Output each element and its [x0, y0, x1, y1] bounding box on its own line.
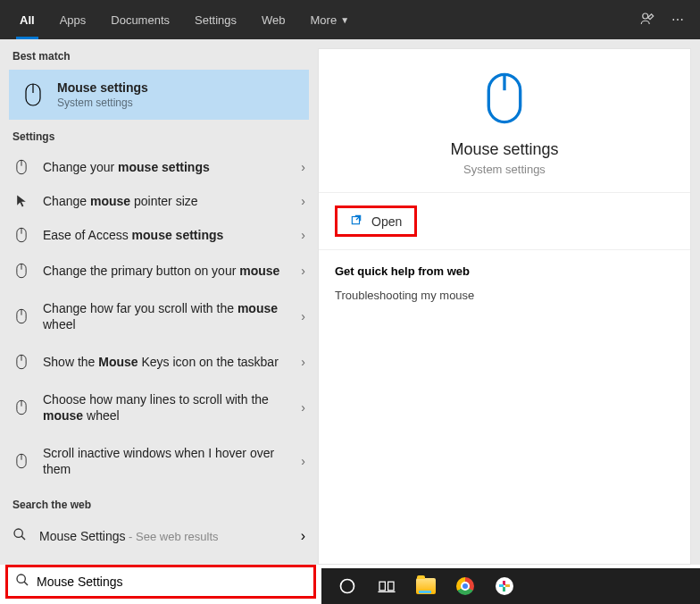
- mouse-icon: [12, 227, 30, 243]
- search-filter-tabs: All Apps Documents Settings Web More▼ ⋯: [0, 0, 700, 39]
- result-mouse-keys-icon[interactable]: Show the Mouse Keys icon on the taskbar …: [0, 343, 318, 381]
- result-scroll-distance[interactable]: Change how far you scroll with the mouse…: [0, 289, 318, 343]
- cortana-icon[interactable]: [338, 576, 357, 596]
- web-result[interactable]: Mouse Settings - See web results ›: [0, 518, 318, 554]
- slack-icon[interactable]: [495, 576, 514, 596]
- result-primary-button[interactable]: Change the primary button on your mouse …: [0, 252, 318, 289]
- chevron-right-icon: ›: [301, 309, 305, 323]
- svg-rect-27: [388, 582, 394, 591]
- chevron-right-icon: ›: [301, 528, 305, 544]
- mouse-icon: [12, 308, 30, 324]
- task-view-icon[interactable]: [377, 576, 396, 596]
- chrome-icon[interactable]: [455, 576, 475, 596]
- result-scroll-lines[interactable]: Choose how many lines to scroll with the…: [0, 381, 318, 434]
- open-button[interactable]: Open: [335, 206, 417, 237]
- tab-more[interactable]: More▼: [298, 0, 362, 39]
- result-scroll-inactive[interactable]: Scroll inactive windows when I hover ove…: [0, 434, 318, 488]
- mouse-icon: [12, 354, 30, 370]
- detail-subtitle: System settings: [463, 163, 546, 176]
- open-label: Open: [371, 214, 402, 229]
- search-icon: [15, 573, 29, 591]
- section-best-match: Best match: [0, 39, 318, 70]
- chevron-right-icon: ›: [301, 400, 305, 415]
- search-input[interactable]: [37, 575, 306, 589]
- best-match-title: Mouse settings: [57, 80, 148, 95]
- result-label: Scroll inactive windows when I hover ove…: [43, 443, 288, 479]
- tab-documents[interactable]: Documents: [98, 0, 182, 39]
- help-link-troubleshoot[interactable]: Troubleshooting my mouse: [335, 289, 674, 302]
- svg-point-17: [14, 529, 22, 537]
- quick-help-header: Get quick help from web: [335, 264, 674, 278]
- mouse-icon: [483, 71, 526, 130]
- svg-line-18: [21, 536, 25, 540]
- result-change-mouse-settings[interactable]: Change your mouse settings ›: [0, 150, 318, 184]
- detail-title: Mouse settings: [450, 140, 558, 159]
- svg-point-23: [17, 575, 25, 583]
- tab-web[interactable]: Web: [249, 0, 298, 39]
- search-box[interactable]: [5, 565, 316, 599]
- chevron-right-icon: ›: [301, 454, 305, 468]
- result-change-pointer-size[interactable]: Change mouse pointer size ›: [0, 184, 318, 218]
- result-label: Show the Mouse Keys icon on the taskbar: [43, 352, 288, 372]
- result-label: Ease of Access mouse settings: [43, 227, 288, 243]
- chevron-right-icon: ›: [301, 228, 305, 242]
- feedback-icon[interactable]: [639, 11, 655, 29]
- results-list: Best match Mouse settings System setting…: [0, 39, 318, 565]
- cursor-icon: [12, 194, 30, 208]
- result-ease-of-access-mouse[interactable]: Ease of Access mouse settings ›: [0, 218, 318, 252]
- mouse-icon: [12, 159, 30, 175]
- search-icon: [12, 527, 27, 545]
- tab-all[interactable]: All: [7, 0, 47, 39]
- file-explorer-icon[interactable]: [416, 576, 436, 596]
- chevron-right-icon: ›: [301, 194, 305, 208]
- detail-pane: Mouse settings System settings Open Get …: [318, 48, 691, 565]
- mouse-icon: [12, 263, 30, 279]
- result-label: Change your mouse settings: [43, 159, 288, 175]
- section-settings: Settings: [0, 120, 318, 150]
- svg-rect-26: [379, 582, 385, 591]
- best-match-result[interactable]: Mouse settings System settings: [9, 70, 309, 120]
- svg-point-25: [341, 580, 354, 593]
- taskbar: [321, 568, 700, 604]
- result-label: Change mouse pointer size: [43, 193, 288, 209]
- svg-point-0: [643, 13, 648, 19]
- chevron-down-icon: ▼: [340, 15, 349, 25]
- mouse-icon: [12, 399, 30, 415]
- more-options-icon[interactable]: ⋯: [671, 13, 684, 27]
- section-search-web: Search the web: [0, 488, 318, 518]
- chevron-right-icon: ›: [301, 355, 305, 369]
- best-match-subtitle: System settings: [57, 96, 148, 109]
- chevron-right-icon: ›: [301, 264, 305, 278]
- open-icon: [350, 214, 362, 229]
- mouse-icon: [12, 453, 30, 469]
- svg-line-24: [24, 582, 28, 585]
- result-label: Change how far you scroll with the mouse…: [43, 298, 288, 334]
- chevron-right-icon: ›: [301, 160, 305, 174]
- web-result-label: Mouse Settings - See web results: [39, 529, 219, 543]
- result-label: Change the primary button on your mouse: [43, 261, 288, 281]
- result-label: Choose how many lines to scroll with the…: [43, 390, 288, 425]
- tab-settings[interactable]: Settings: [182, 0, 249, 39]
- tab-apps[interactable]: Apps: [47, 0, 99, 39]
- mouse-icon: [21, 82, 45, 107]
